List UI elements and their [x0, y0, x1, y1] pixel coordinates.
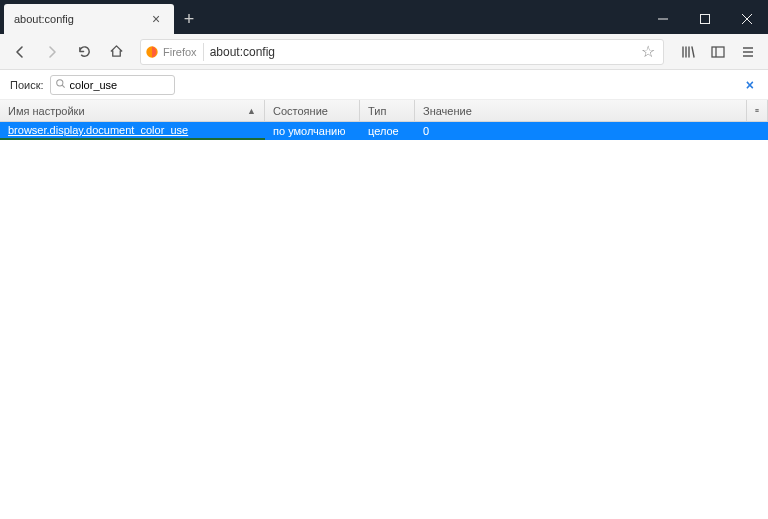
search-input-wrap[interactable]: [50, 75, 175, 95]
col-name-label: Имя настройки: [8, 105, 85, 117]
search-icon: [55, 78, 66, 91]
table-row[interactable]: browser.display.document_color_use по ум…: [0, 122, 768, 140]
cell-type: целое: [360, 122, 415, 140]
maximize-button[interactable]: [684, 4, 726, 34]
home-button[interactable]: [102, 38, 130, 66]
search-input[interactable]: [70, 79, 170, 91]
col-value[interactable]: Значение: [415, 100, 746, 121]
nav-toolbar: Firefox about:config ☆: [0, 34, 768, 70]
svg-rect-13: [757, 109, 758, 110]
col-state[interactable]: Состояние: [265, 100, 360, 121]
forward-button[interactable]: [38, 38, 66, 66]
close-tab-icon[interactable]: ×: [148, 11, 164, 27]
tab-title: about:config: [14, 13, 148, 25]
firefox-icon: [145, 45, 159, 59]
sidebar-button[interactable]: [704, 38, 732, 66]
search-label: Поиск:: [10, 79, 44, 91]
toolbar-right: [674, 38, 762, 66]
svg-rect-12: [756, 109, 757, 110]
identity-label: Firefox: [163, 46, 197, 58]
svg-rect-5: [712, 47, 724, 57]
svg-rect-1: [701, 15, 710, 24]
svg-line-11: [62, 85, 64, 87]
reload-button[interactable]: [70, 38, 98, 66]
svg-rect-15: [757, 111, 758, 112]
bookmark-star-icon[interactable]: ☆: [637, 42, 659, 61]
browser-tab[interactable]: about:config ×: [4, 4, 174, 34]
search-row: Поиск: ×: [0, 70, 768, 100]
cell-value: 0: [415, 122, 768, 140]
cell-name: browser.display.document_color_use: [0, 122, 265, 140]
browser-window: about:config × +: [0, 0, 768, 519]
new-tab-button[interactable]: +: [174, 4, 204, 34]
clear-search-icon[interactable]: ×: [742, 77, 758, 93]
url-bar[interactable]: Firefox about:config ☆: [140, 39, 664, 65]
table-body: browser.display.document_color_use по ум…: [0, 122, 768, 519]
table-header: Имя настройки ▲ Состояние Тип Значение: [0, 100, 768, 122]
svg-rect-14: [756, 111, 757, 112]
svg-point-10: [56, 80, 62, 86]
url-text: about:config: [210, 45, 631, 59]
library-button[interactable]: [674, 38, 702, 66]
col-name[interactable]: Имя настройки ▲: [0, 100, 265, 121]
close-window-button[interactable]: [726, 4, 768, 34]
menu-button[interactable]: [734, 38, 762, 66]
window-controls: [642, 4, 768, 34]
titlebar: about:config × +: [0, 0, 768, 34]
minimize-button[interactable]: [642, 4, 684, 34]
cell-state: по умолчанию: [265, 122, 360, 140]
column-picker-icon[interactable]: [746, 100, 768, 121]
identity-box[interactable]: Firefox: [145, 43, 204, 61]
col-type[interactable]: Тип: [360, 100, 415, 121]
back-button[interactable]: [6, 38, 34, 66]
sort-asc-icon: ▲: [247, 106, 256, 116]
